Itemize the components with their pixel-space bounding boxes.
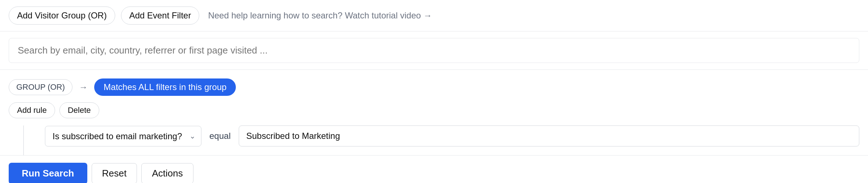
actions-button[interactable]: Actions <box>141 163 193 183</box>
action-bar: Run Search Reset Actions <box>0 156 868 183</box>
group-label: GROUP (OR) <box>9 79 72 95</box>
run-search-button[interactable]: Run Search <box>9 163 87 183</box>
add-rule-button[interactable]: Add rule <box>9 102 55 118</box>
rule-actions: Add rule Delete <box>9 102 859 118</box>
filter-select-wrapper: Is subscribed to email marketing? ⌄ <box>45 126 201 146</box>
group-arrow: → <box>79 82 88 92</box>
matches-badge[interactable]: Matches ALL filters in this group <box>94 78 236 96</box>
add-event-filter-button[interactable]: Add Event Filter <box>121 7 200 25</box>
search-input[interactable] <box>9 38 859 63</box>
help-link[interactable]: Need help learning how to search? Watch … <box>208 10 432 21</box>
search-bar-container <box>0 31 868 70</box>
filter-value-input[interactable] <box>239 125 859 146</box>
top-bar: Add Visitor Group (OR) Add Event Filter … <box>0 0 868 31</box>
filter-area: GROUP (OR) → Matches ALL filters in this… <box>0 70 868 156</box>
page-container: Add Visitor Group (OR) Add Event Filter … <box>0 0 868 183</box>
filter-row: Is subscribed to email marketing? ⌄ equa… <box>23 125 859 155</box>
group-header: GROUP (OR) → Matches ALL filters in this… <box>9 78 859 96</box>
add-visitor-group-button[interactable]: Add Visitor Group (OR) <box>9 7 115 25</box>
filter-operator: equal <box>208 131 232 141</box>
delete-button[interactable]: Delete <box>59 102 99 118</box>
reset-button[interactable]: Reset <box>92 163 137 183</box>
filter-select[interactable]: Is subscribed to email marketing? <box>45 126 201 146</box>
